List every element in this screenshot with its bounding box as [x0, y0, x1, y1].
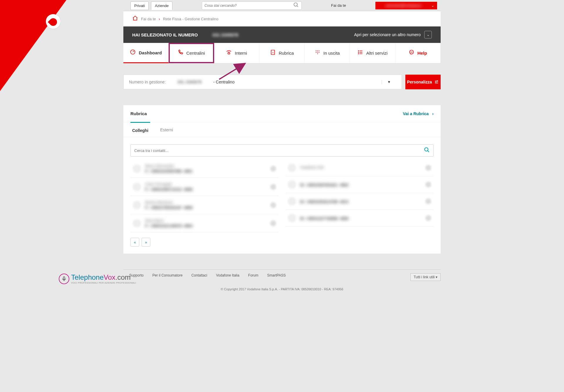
copyright: © Copyright 2017 Vodafone Italia S.p.A. …: [123, 284, 441, 300]
tab-privati[interactable]: Privati: [130, 1, 149, 10]
footer-link-forum[interactable]: Forum: [248, 273, 258, 281]
home-icon[interactable]: [132, 15, 138, 22]
expand-number-button[interactable]: ⌄: [424, 31, 432, 38]
tab-centralini[interactable]: Centralini: [169, 43, 214, 63]
action-icon[interactable]: [425, 165, 431, 171]
addressbook-icon: A: [270, 49, 276, 57]
subtab-colleghi[interactable]: Colleghi: [130, 122, 150, 137]
action-icon[interactable]: [270, 202, 276, 208]
breadcrumb-item[interactable]: Fai da te: [141, 17, 156, 21]
contact-text: Carlo FerragattiF: +39031456712312 -4908: [145, 182, 266, 192]
contact-row[interactable]: Carlo FerragattiF: +39031456712312 -4908: [130, 178, 278, 196]
logo-text: .com: [115, 273, 131, 281]
faidate-label: Fai da te: [331, 3, 346, 8]
contact-text: Vodafone GM: [300, 165, 421, 170]
microphone-icon: [59, 274, 69, 284]
link-label: Vai a Rubrica: [403, 111, 429, 116]
svg-point-7: [316, 51, 317, 51]
tab-rubrica[interactable]: A Rubrica: [259, 43, 305, 63]
avatar: [288, 180, 296, 189]
list-icon: [357, 49, 363, 57]
change-number-label: Apri per selezionare un altro numero: [354, 32, 421, 37]
footer-link-vodafone-italia[interactable]: Vodafone Italia: [216, 273, 239, 281]
settings-icon: [434, 79, 439, 85]
action-icon[interactable]: [425, 198, 431, 204]
search-icon[interactable]: [293, 2, 299, 9]
logo-subtitle: VOCI PROFESSIONALI PER AZIENDE PROFESSIO…: [71, 282, 136, 284]
svg-point-13: [317, 53, 318, 54]
search-input[interactable]: [204, 4, 293, 8]
global-search[interactable]: [202, 1, 302, 10]
tab-altri-servizi[interactable]: Altri servizi: [350, 43, 395, 63]
avatar: [288, 197, 296, 205]
breadcrumb-item: Rete Fissa - Gestione Centralino: [163, 17, 219, 21]
selected-number-value: 031 2345678: [199, 32, 251, 37]
personalizza-button[interactable]: Personalizza: [405, 75, 441, 89]
avatar: [133, 183, 141, 191]
tab-help[interactable]: Help: [395, 43, 441, 63]
rubrica-panel: Rubrica Vai a Rubrica › Colleghi Esterni…: [123, 105, 441, 254]
main-nav: Dashboard Centralini Interni A Rubrica I…: [123, 43, 441, 63]
all-links-dropdown[interactable]: Tutti i link utili ▾: [410, 273, 441, 281]
search-icon[interactable]: [424, 147, 430, 154]
svg-point-18: [358, 52, 359, 53]
svg-point-17: [358, 51, 359, 51]
footer-link-smartpass[interactable]: SmartPASS: [267, 273, 286, 281]
contact-row[interactable]: Vodafone GM: [286, 160, 434, 176]
chevron-down-icon[interactable]: ▼: [382, 80, 396, 84]
svg-point-9: [319, 51, 320, 51]
tab-interni[interactable]: Interni: [214, 43, 259, 63]
breadcrumb: Fai da te › Rete Fissa - Gestione Centra…: [123, 11, 441, 26]
chevron-right-icon: ›: [159, 17, 160, 21]
action-icon[interactable]: [425, 215, 431, 221]
action-icon[interactable]: [270, 184, 276, 190]
search-contacts-input[interactable]: [134, 148, 424, 153]
footer-link-consumatore[interactable]: Per il Consumatore: [152, 273, 183, 281]
action-icon[interactable]: [270, 220, 276, 226]
contact-text: Marco BernardiniF: +39031234567890 -4901: [145, 164, 266, 173]
svg-line-1: [297, 6, 298, 7]
pager-next[interactable]: »: [142, 238, 150, 247]
svg-point-21: [411, 52, 411, 52]
tab-label: Rubrica: [279, 51, 294, 56]
tab-aziende[interactable]: Aziende: [151, 1, 172, 10]
vai-a-rubrica-link[interactable]: Vai a Rubrica ›: [403, 111, 434, 116]
search-contacts[interactable]: [130, 144, 434, 157]
svg-point-19: [358, 53, 359, 54]
footer: TelephoneVox.com VOCI PROFESSIONALI PER …: [123, 269, 441, 284]
avatar: [133, 201, 141, 209]
contact-row[interactable]: Marco BernardiniF: +39031234567890 -4901: [130, 160, 278, 178]
svg-point-8: [317, 51, 318, 51]
action-icon[interactable]: [270, 166, 276, 172]
svg-point-23: [412, 52, 412, 52]
brand-triangle: [0, 0, 66, 91]
tab-label: Interni: [235, 51, 247, 56]
contact-row[interactable]: Elisa MarziF: +39031221145678 -4904: [130, 214, 278, 232]
dialpad-icon: [315, 49, 320, 57]
selected-number-bar: HAI SELEZIONATO IL NUMERO 031 2345678 Ap…: [123, 26, 441, 43]
tab-inuscita[interactable]: In uscita: [305, 43, 350, 63]
button-label: Personalizza: [407, 80, 432, 84]
number-suffix: - Centralino: [213, 80, 234, 84]
logo-text: Vox: [104, 273, 115, 281]
action-icon[interactable]: [425, 182, 431, 187]
contact-row[interactable]: M: +39031227745698 -4906: [286, 210, 434, 227]
double-chevron-down-icon: ⌄: [427, 33, 429, 37]
number-selector[interactable]: Numero in gestione: 031 2345678 - Centra…: [123, 75, 402, 89]
pager-first[interactable]: «: [130, 238, 139, 247]
account-dropdown[interactable]: username@company.it ⌄: [375, 2, 437, 9]
contact-list: Marco BernardiniF: +39031234567890 -4901…: [123, 160, 441, 232]
chevron-down-icon: ⌄: [431, 4, 434, 8]
contact-row[interactable]: M: +39031987654321 -4902: [286, 176, 434, 193]
tab-dashboard[interactable]: Dashboard: [123, 43, 169, 63]
footer-link-contattaci[interactable]: Contattaci: [191, 273, 207, 281]
vodafone-logo: [46, 14, 61, 29]
avatar: [133, 219, 141, 227]
avatar: [133, 165, 141, 173]
contact-text: M: +39031987654321 -4902: [300, 182, 421, 187]
contact-row[interactable]: Benito MendozaF: +39031765432187 -4909: [130, 196, 278, 214]
chat-icon: [409, 49, 414, 57]
svg-text:A: A: [272, 51, 273, 53]
subtab-esterni[interactable]: Esterni: [158, 122, 175, 137]
contact-row[interactable]: M: +39031553214789 -4913: [286, 193, 434, 210]
